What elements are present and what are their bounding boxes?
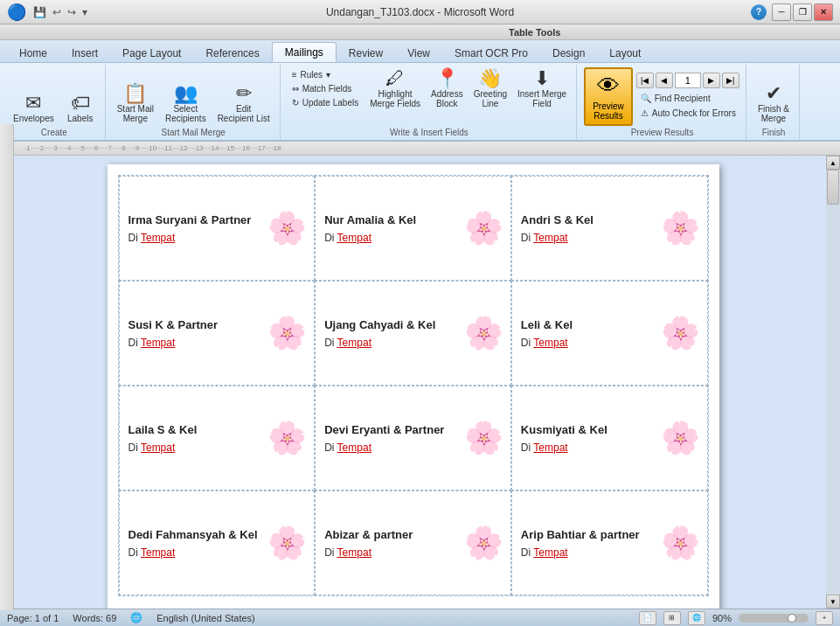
- web-layout-view-btn[interactable]: 🌐: [688, 611, 705, 625]
- nav-row: |◀ ◀ ▶ ▶|: [636, 73, 740, 88]
- start-mail-merge-buttons: 📋 Start MailMerge 👥 SelectRecipients ✏ E…: [113, 66, 274, 126]
- record-number-input[interactable]: [675, 73, 701, 88]
- envelopes-button[interactable]: ✉ Envelopes: [9, 91, 59, 126]
- edit-recipient-list-button[interactable]: ✏ EditRecipient List: [213, 81, 274, 126]
- zoom-thumb: [788, 614, 796, 623]
- label-di: Di: [128, 546, 141, 559]
- page-status: Page: 1 of 1: [7, 613, 59, 623]
- tab-smart-ocr[interactable]: Smart OCR Pro: [442, 44, 540, 62]
- help-button[interactable]: ?: [751, 4, 767, 20]
- match-fields-button[interactable]: ⇔ Match Fields: [288, 82, 364, 95]
- label-tempat: Tempat: [337, 546, 371, 559]
- language-flag: 🌐: [130, 612, 142, 623]
- scroll-up-button[interactable]: ▲: [826, 156, 840, 170]
- create-group-label: Create: [41, 126, 67, 138]
- zoom-slider[interactable]: [739, 614, 809, 623]
- customize-quick-btn[interactable]: ▾: [80, 5, 89, 19]
- horizontal-ruler: ·1·····2·····3·····4·····5·····6·····7··…: [0, 142, 840, 156]
- address-block-button[interactable]: 📍 AddressBlock: [427, 66, 468, 111]
- window-controls: ─ ❐ ✕: [772, 3, 833, 21]
- greeting-line-button[interactable]: 👋 GreetingLine: [469, 66, 511, 111]
- last-record-button[interactable]: ▶|: [722, 73, 739, 88]
- tab-home[interactable]: Home: [7, 44, 59, 62]
- words-status: Words: 69: [73, 613, 116, 623]
- document-page: Irma Suryani & PartnerDi Tempat🌸Nur Amal…: [108, 164, 719, 609]
- prev-record-button[interactable]: ◀: [656, 73, 673, 88]
- rules-icon: ≡: [292, 70, 297, 80]
- close-button[interactable]: ✕: [814, 3, 833, 21]
- label-address: Di Tempat: [324, 546, 371, 559]
- labels-button[interactable]: 🏷 Labels: [61, 91, 100, 126]
- preview-nav-col: |◀ ◀ ▶ ▶| 🔍 Find Recipient ⚠ Auto Check …: [636, 73, 740, 120]
- label-di: Di: [128, 337, 141, 349]
- create-buttons: ✉ Envelopes 🏷 Labels: [9, 66, 100, 126]
- label-tempat: Tempat: [533, 546, 567, 559]
- next-record-button[interactable]: ▶: [703, 73, 720, 88]
- restore-button[interactable]: ❐: [793, 3, 812, 21]
- zoom-in-btn[interactable]: +: [816, 611, 833, 625]
- scroll-down-button[interactable]: ▼: [826, 595, 840, 609]
- label-di: Di: [324, 337, 337, 349]
- tab-review[interactable]: Review: [337, 44, 395, 62]
- tab-design[interactable]: Design: [540, 44, 597, 62]
- finish-content: ✔ Finish &Merge: [753, 66, 794, 126]
- tab-view[interactable]: View: [395, 44, 442, 62]
- label-cell: Abizar & partnerDi Tempat🌸: [315, 490, 511, 595]
- label-cell: Nur Amalia & KelDi Tempat🌸: [315, 176, 511, 281]
- word-icon: 🔵: [7, 3, 26, 22]
- ribbon-group-finish: ✔ Finish &Merge Finish: [748, 65, 800, 140]
- tab-references[interactable]: References: [193, 44, 271, 62]
- labels-icon: 🏷: [71, 94, 90, 113]
- tab-mailings[interactable]: Mailings: [272, 42, 337, 62]
- status-right: 📄 ⊞ 🌐 90% +: [639, 611, 833, 625]
- minimize-button[interactable]: ─: [772, 3, 791, 21]
- label-address: Di Tempat: [324, 442, 371, 454]
- preview-small-buttons: 🔍 Find Recipient ⚠ Auto Check for Errors: [636, 92, 740, 120]
- label-flower-decoration: 🌸: [267, 420, 307, 456]
- label-flower-decoration: 🌸: [464, 315, 503, 351]
- undo-quick-btn[interactable]: ↩: [51, 5, 63, 19]
- label-cell: Devi Eryanti & PartnerDi Tempat🌸: [315, 386, 511, 490]
- update-labels-button[interactable]: ↻ Update Labels: [288, 96, 364, 109]
- label-tempat: Tempat: [337, 337, 371, 349]
- label-address: Di Tempat: [128, 442, 176, 454]
- label-address: Di Tempat: [128, 337, 176, 349]
- scroll-thumb[interactable]: [827, 170, 839, 205]
- tab-insert[interactable]: Insert: [59, 44, 110, 62]
- insert-merge-field-icon: ⬇: [534, 69, 550, 88]
- finish-merge-button[interactable]: ✔ Finish &Merge: [753, 81, 794, 126]
- full-screen-view-btn[interactable]: ⊞: [663, 611, 681, 625]
- ribbon-group-preview-results: 👁 PreviewResults |◀ ◀ ▶ ▶| 🔍 Find Recipi…: [579, 65, 746, 140]
- ribbon-group-start-mail-merge: 📋 Start MailMerge 👥 SelectRecipients ✏ E…: [108, 65, 281, 140]
- print-layout-view-btn[interactable]: 📄: [639, 611, 656, 625]
- start-mail-merge-button[interactable]: 📋 Start MailMerge: [113, 81, 158, 126]
- tab-layout[interactable]: Layout: [597, 44, 653, 62]
- preview-results-content: 👁 PreviewResults |◀ ◀ ▶ ▶| 🔍 Find Recipi…: [584, 66, 740, 126]
- label-di: Di: [324, 232, 337, 244]
- select-recipients-button[interactable]: 👥 SelectRecipients: [161, 81, 211, 126]
- first-record-button[interactable]: |◀: [636, 73, 654, 88]
- preview-results-label: Preview Results: [631, 126, 694, 138]
- save-quick-btn[interactable]: 💾: [31, 5, 48, 19]
- label-name: Dedi Fahmansyah & Kel: [128, 528, 258, 541]
- start-mail-merge-icon: 📋: [123, 84, 147, 103]
- tab-page-layout[interactable]: Page Layout: [110, 44, 193, 62]
- rules-button[interactable]: ≡ Rules ▾: [288, 68, 364, 81]
- start-mail-merge-label: Start Mail Merge: [162, 126, 226, 138]
- highlight-merge-fields-button[interactable]: 🖊 HighlightMerge Fields: [365, 66, 425, 111]
- label-cell: Leli & KelDi Tempat🌸: [511, 281, 708, 386]
- label-name: Irma Suryani & Partner: [128, 213, 252, 226]
- finish-merge-icon: ✔: [766, 84, 781, 103]
- label-address: Di Tempat: [521, 232, 568, 244]
- vertical-ruler: [0, 124, 14, 610]
- preview-results-button[interactable]: 👁 PreviewResults: [584, 67, 633, 126]
- label-name: Leli & Kel: [521, 318, 573, 331]
- insert-merge-field-button[interactable]: ⬇ Insert MergeField: [513, 66, 571, 111]
- label-name: Nur Amalia & Kel: [324, 213, 416, 226]
- find-recipient-button[interactable]: 🔍 Find Recipient: [636, 92, 740, 105]
- auto-check-errors-button[interactable]: ⚠ Auto Check for Errors: [636, 107, 740, 120]
- find-recipient-icon: 🔍: [641, 94, 651, 103]
- write-insert-content: ≡ Rules ▾ ⇔ Match Fields ↻ Update Labels…: [288, 66, 572, 126]
- redo-quick-btn[interactable]: ↪: [66, 5, 78, 19]
- document-scroll: Irma Suryani & PartnerDi Tempat🌸Nur Amal…: [0, 156, 826, 609]
